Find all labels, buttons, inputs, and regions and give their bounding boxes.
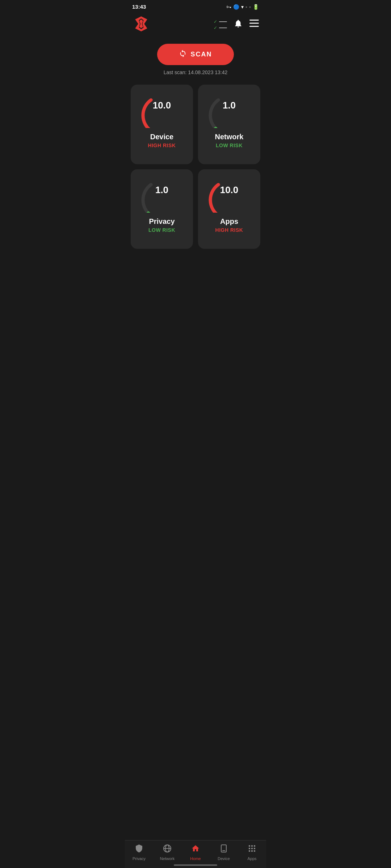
card-risk-privacy: LOW RISK bbox=[148, 227, 175, 233]
card-title-network: Network bbox=[215, 133, 244, 141]
card-risk-network: LOW RISK bbox=[216, 142, 243, 148]
svg-rect-2 bbox=[249, 23, 259, 24]
gauge-value-device: 10.0 bbox=[136, 100, 187, 111]
checklist-button[interactable]: ✓ ✓ bbox=[214, 19, 227, 30]
card-risk-device: HIGH RISK bbox=[148, 142, 176, 148]
card-title-privacy: Privacy bbox=[149, 217, 175, 226]
status-bar: 13:43 🗝 🔵 ▾ ▪ ▪ 🔋 bbox=[125, 0, 266, 12]
scan-icon bbox=[179, 50, 187, 59]
check2-line bbox=[219, 27, 227, 28]
gauge-value-privacy: 1.0 bbox=[136, 184, 187, 196]
check2-icon: ✓ bbox=[214, 25, 217, 30]
notification-button[interactable] bbox=[234, 19, 243, 30]
scan-section: SCAN Last scan: 14.08.2023 13:42 bbox=[125, 40, 266, 81]
gauge-network: 1.0 bbox=[204, 92, 255, 126]
card-apps[interactable]: 10.0 Apps HIGH RISK bbox=[198, 169, 260, 249]
gauge-device: 10.0 bbox=[136, 92, 187, 126]
status-time: 13:43 bbox=[132, 4, 146, 10]
wifi-icon: ▾ bbox=[241, 4, 244, 10]
header: ✓ ✓ bbox=[125, 12, 266, 40]
check1-line bbox=[219, 21, 227, 22]
gauge-value-network: 1.0 bbox=[204, 100, 255, 111]
app-logo bbox=[132, 15, 150, 34]
menu-button[interactable] bbox=[249, 20, 259, 30]
gauge-apps: 10.0 bbox=[204, 176, 255, 211]
card-device[interactable]: 10.0 Device HIGH RISK bbox=[131, 85, 193, 164]
signal-icon2: ▪ bbox=[249, 4, 251, 10]
card-privacy[interactable]: 1.0 Privacy LOW RISK bbox=[131, 169, 193, 249]
cards-grid: 10.0 Device HIGH RISK 1.0 Network LOW RI… bbox=[125, 81, 266, 255]
scan-button[interactable]: SCAN bbox=[157, 44, 234, 65]
last-scan-text: Last scan: 14.08.2023 13:42 bbox=[164, 69, 228, 75]
header-actions: ✓ ✓ bbox=[214, 19, 259, 30]
gauge-privacy: 1.0 bbox=[136, 176, 187, 211]
gauge-value-apps: 10.0 bbox=[204, 184, 255, 196]
svg-rect-1 bbox=[249, 20, 259, 21]
battery-icon: 🔋 bbox=[253, 4, 259, 10]
bluetooth-icon: 🔵 bbox=[233, 4, 239, 10]
key-icon: 🗝 bbox=[226, 4, 231, 10]
card-title-apps: Apps bbox=[220, 217, 238, 226]
card-risk-apps: HIGH RISK bbox=[215, 227, 243, 233]
status-icons: 🗝 🔵 ▾ ▪ ▪ 🔋 bbox=[226, 4, 259, 10]
svg-rect-3 bbox=[249, 26, 259, 27]
signal-icon1: ▪ bbox=[245, 4, 247, 10]
card-network[interactable]: 1.0 Network LOW RISK bbox=[198, 85, 260, 164]
check1-icon: ✓ bbox=[214, 19, 217, 24]
card-title-device: Device bbox=[150, 133, 174, 141]
scan-label: SCAN bbox=[190, 51, 212, 58]
